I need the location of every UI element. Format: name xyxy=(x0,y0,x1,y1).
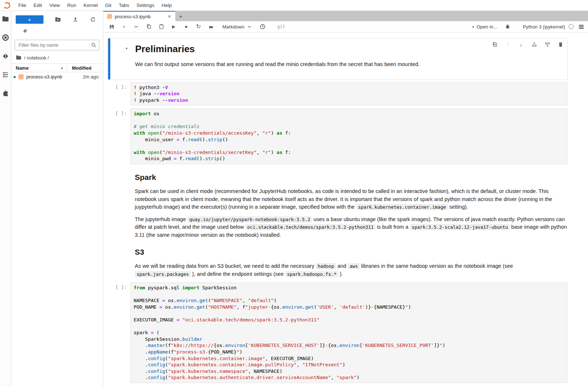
menu-tabs[interactable]: Tabs xyxy=(115,0,133,11)
code-editor[interactable]: import os # get minio credentialswith op… xyxy=(130,108,568,164)
move-cell-up-icon[interactable]: ↑ xyxy=(505,41,511,47)
inline-code: hadoop xyxy=(316,263,336,269)
column-name[interactable]: Name ▲ xyxy=(11,65,66,71)
caret-down-icon: ▾ xyxy=(472,25,474,29)
kernel-status-icon[interactable] xyxy=(569,24,574,29)
cut-cells-button[interactable]: ✂ xyxy=(133,24,140,30)
new-folder-icon[interactable] xyxy=(55,16,61,23)
markdown-cell[interactable]: ▾ ↑ ↓ PreliminariesWe can first output s… xyxy=(108,38,568,80)
markdown-heading: Spark xyxy=(135,173,568,182)
markdown-paragraph: The jupyterhub image quay.io/jupyter/pys… xyxy=(135,216,568,239)
menu-help[interactable]: Help xyxy=(158,0,175,11)
menu-settings[interactable]: Settings xyxy=(133,0,158,11)
notebook-content: ▾ ↑ ↓ PreliminariesWe can first output s… xyxy=(103,32,588,386)
collapse-heading-icon[interactable]: ▾ xyxy=(126,46,127,50)
cell-execution-prompt: [ ]: xyxy=(108,282,130,383)
paste-cells-button[interactable] xyxy=(158,24,164,30)
insert-cell-above-icon[interactable] xyxy=(531,41,537,47)
extensions-icon[interactable] xyxy=(2,90,9,97)
app-logo-icon xyxy=(3,1,11,9)
menu-view[interactable]: View xyxy=(46,0,64,11)
menu-edit[interactable]: Edit xyxy=(30,0,46,11)
filter-files-input[interactable] xyxy=(15,40,99,50)
file-row[interactable]: process-s3.ipynb 2m ago xyxy=(11,72,103,81)
markdown-paragraph: We can first output some versions that a… xyxy=(135,61,567,69)
sort-ascending-icon: ▲ xyxy=(60,66,64,70)
file-browser-panel: + / notebook / Name xyxy=(11,11,103,386)
notebook-toolbar: ＋ ✂ ▶ ■ ↻ ▶▶ Markdown git ▾ xyxy=(103,21,588,32)
cell-type-value: Markdown xyxy=(222,24,244,30)
new-tab-button[interactable]: + xyxy=(175,11,186,21)
running-kernel-dot xyxy=(14,76,16,78)
hamburger-menu-icon[interactable] xyxy=(578,24,584,30)
folder-icon xyxy=(16,55,22,61)
inline-code: spark.kubernetes.container.image xyxy=(356,204,448,210)
cell-toolbar: ↑ ↓ xyxy=(492,41,564,47)
menu-git[interactable]: Git xyxy=(102,0,115,11)
inline-code: aws xyxy=(348,263,360,269)
cell-execution-prompt: [ ]: xyxy=(108,108,130,164)
markdown-cell[interactable]: S3As we will be reading data from an S3 … xyxy=(108,248,568,278)
menu-file[interactable]: File xyxy=(15,0,30,11)
copy-cells-button[interactable] xyxy=(146,24,152,30)
menu-run[interactable]: Run xyxy=(64,0,80,11)
column-modified[interactable]: Modified xyxy=(66,65,103,71)
debugger-bug-icon[interactable] xyxy=(504,24,511,30)
execution-time-icon[interactable] xyxy=(260,24,266,30)
upload-icon[interactable] xyxy=(72,16,79,23)
file-modified: 2m ago xyxy=(83,74,103,80)
file-list-header: Name ▲ Modified xyxy=(11,63,103,72)
inline-code: spark:3.5.2-scala2.12-java17-ubuntu xyxy=(410,224,509,230)
insert-cell-button[interactable]: ＋ xyxy=(121,24,127,30)
running-sessions-icon[interactable] xyxy=(2,34,9,41)
menu-kernel[interactable]: Kernel xyxy=(80,0,102,11)
inline-code: oci.stackable.tech/demos/spark:3.5.2-pyt… xyxy=(245,224,375,230)
move-cell-down-icon[interactable]: ↓ xyxy=(518,41,524,47)
cell-execution-prompt: [ ]: xyxy=(108,82,130,106)
interrupt-kernel-button[interactable]: ■ xyxy=(183,24,189,30)
git-toolbar-label[interactable]: git xyxy=(277,24,285,29)
insert-cell-below-icon[interactable] xyxy=(544,41,550,47)
save-button[interactable] xyxy=(108,24,115,30)
breadcrumb-path: / notebook / xyxy=(24,55,49,61)
tab-process-s3[interactable]: process-s3.ipynb × xyxy=(103,11,175,21)
tab-bar: process-s3.ipynb × + xyxy=(103,11,588,21)
markdown-cell[interactable]: SparkSpark can be used in client mode (r… xyxy=(108,173,568,239)
activity-bar xyxy=(0,11,11,386)
delete-cell-icon[interactable] xyxy=(557,41,564,47)
kernel-name[interactable]: Python 3 (ipykernel) xyxy=(523,24,565,30)
new-launcher-button[interactable]: + xyxy=(16,15,43,24)
notebook-file-icon xyxy=(18,74,24,80)
duplicate-cell-icon[interactable] xyxy=(492,41,498,47)
inline-code: spark.hadoopo.fs.* xyxy=(285,271,338,277)
code-editor[interactable]: from pyspark.sql import SparkSession NAM… xyxy=(130,282,568,383)
tab-title: process-s3.ipynb xyxy=(115,14,167,19)
cell-type-dropdown[interactable]: Markdown xyxy=(222,24,252,30)
code-cell: [ ]:! python3 -V! java --version! pyspar… xyxy=(108,82,568,106)
code-cell: [ ]:import os # get minio credentialswit… xyxy=(108,108,568,164)
markdown-paragraph: As we will be reading data from an S3 bu… xyxy=(135,262,568,278)
inline-code: spark.jars.packages xyxy=(135,271,191,277)
chevron-down-icon xyxy=(247,24,252,29)
table-of-contents-icon[interactable] xyxy=(2,71,9,78)
menu-bar: File Edit View Run Kernel Git Tabs Setti… xyxy=(0,0,588,11)
code-editor[interactable]: ! python3 -V! java --version! pyspark --… xyxy=(130,82,568,106)
restart-kernel-button[interactable]: ↻ xyxy=(195,24,202,30)
run-cell-button[interactable]: ▶ xyxy=(171,24,177,30)
file-name: process-s3.ipynb xyxy=(26,74,62,80)
restart-run-all-button[interactable]: ▶▶ xyxy=(208,24,214,30)
refresh-icon[interactable] xyxy=(90,16,96,23)
git-icon[interactable] xyxy=(2,53,9,60)
selected-cell-indicator xyxy=(108,38,110,80)
code-cell: [ ]:from pyspark.sql import SparkSession… xyxy=(108,282,568,383)
breadcrumb[interactable]: / notebook / xyxy=(11,54,103,63)
markdown-paragraph: Spark can be used in client mode (recomm… xyxy=(135,188,568,211)
search-icon xyxy=(91,42,96,48)
notebook-tab-icon xyxy=(107,14,112,19)
inline-code: quay.io/jupyter/pyspark-notebook:spark-3… xyxy=(187,216,312,223)
file-browser-icon[interactable] xyxy=(2,15,9,23)
new-tag-icon[interactable] xyxy=(11,24,103,37)
open-in-dropdown[interactable]: ▾ Open in... xyxy=(472,24,497,30)
markdown-heading: S3 xyxy=(135,248,568,256)
tab-close-icon[interactable]: × xyxy=(167,13,172,19)
